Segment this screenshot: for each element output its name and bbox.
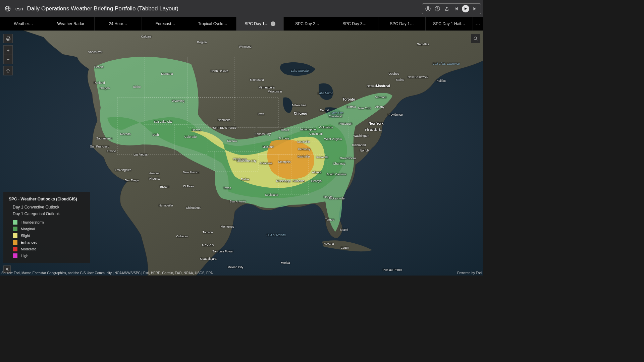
zoom-out-button[interactable] <box>3 55 13 64</box>
page-title: Daily Operations Weather Briefing Portfo… <box>27 5 178 12</box>
svg-point-11 <box>474 37 477 40</box>
legend-label: Slight <box>21 234 30 238</box>
legend-label: Enhanced <box>21 240 38 244</box>
help-icon[interactable] <box>433 4 442 13</box>
legend-swatch <box>13 220 17 225</box>
attribution-right[interactable]: Powered by Esri <box>457 271 482 275</box>
header-controls <box>421 3 481 14</box>
legend-swatch <box>13 253 17 258</box>
legend-label: Marginal <box>21 227 35 231</box>
tab[interactable]: Forecast… <box>142 17 189 31</box>
tab-label: SPC Day 1… <box>245 21 268 26</box>
zoom-in-button[interactable] <box>3 45 13 55</box>
tab-label: SPC Day 1 Hail… <box>433 21 465 26</box>
tab[interactable]: SPC Day 1… <box>378 17 426 31</box>
logo: esri <box>5 6 23 12</box>
legend-item: Marginal <box>13 226 85 232</box>
tab[interactable]: Tropical Cyclo… <box>189 17 236 31</box>
account-icon[interactable] <box>424 4 432 13</box>
home-extent-button[interactable] <box>3 66 13 75</box>
info-icon[interactable]: i <box>271 21 275 26</box>
tab[interactable]: SPC Day 3… <box>331 17 378 31</box>
logo-text: esri <box>15 6 23 11</box>
tab-label: Weather… <box>14 21 33 26</box>
attribution-left: Source: Esri, Maxar, Earthstar Geographi… <box>1 271 213 275</box>
tab-label: SPC Day 1… <box>390 21 414 26</box>
tab[interactable]: Weather Radar <box>47 17 95 31</box>
tab-label: Weather Radar <box>57 21 84 26</box>
map-viewport[interactable]: SPC - Weather Outlooks (CloudGIS) Day 1 … <box>0 31 483 276</box>
next-icon[interactable] <box>471 4 479 13</box>
map-controls-left <box>3 34 13 75</box>
legend-swatch <box>13 233 17 238</box>
legend-swatch <box>13 227 17 231</box>
tab-label: Tropical Cyclo… <box>198 21 227 26</box>
legend-item: Moderate <box>13 246 85 252</box>
play-button[interactable] <box>461 4 470 13</box>
legend-label: High <box>21 254 29 258</box>
tab-label: 24 Hour… <box>109 21 127 26</box>
tab[interactable]: Weather… <box>0 17 47 31</box>
search-button[interactable] <box>471 34 480 43</box>
svg-point-4 <box>427 7 429 8</box>
legend-item: Thunderstorm <box>13 219 85 226</box>
legend-item: Enhanced <box>13 239 85 246</box>
legend-swatch <box>13 240 17 245</box>
tab-label: SPC Day 2… <box>295 21 319 26</box>
legend-title: SPC - Weather Outlooks (CloudGIS) <box>9 197 85 201</box>
tab[interactable]: SPC Day 1…i <box>236 17 284 31</box>
zoom-controls <box>3 45 13 64</box>
tab[interactable]: SPC Day 2… <box>284 17 331 31</box>
tabs-overflow-button[interactable]: ⋯ <box>473 17 483 31</box>
print-button[interactable] <box>3 34 13 43</box>
legend-label: Moderate <box>21 247 36 251</box>
share-icon[interactable] <box>442 4 451 13</box>
map-controls-right <box>471 34 480 43</box>
app-header: esri Daily Operations Weather Briefing P… <box>0 0 483 17</box>
svg-point-6 <box>437 10 437 10</box>
legend-item: High <box>13 252 85 259</box>
tab-label: SPC Day 3… <box>342 21 366 26</box>
legend-label: Thunderstorm <box>21 220 44 224</box>
tab[interactable]: SPC Day 1 Hail… <box>426 17 473 31</box>
legend-subtitle-2: Day 1 Categorical Outlook <box>13 212 85 216</box>
svg-rect-9 <box>6 38 10 40</box>
tab[interactable]: 24 Hour… <box>95 17 142 31</box>
legend-panel: SPC - Weather Outlooks (CloudGIS) Day 1 … <box>3 192 90 263</box>
legend-items: ThunderstormMarginalSlightEnhancedModera… <box>13 219 85 259</box>
tab-bar: Weather…Weather Radar24 Hour…Forecast…Tr… <box>0 17 483 31</box>
legend-subtitle-1: Day 1 Convective Outlook <box>13 205 85 209</box>
legend-swatch <box>13 247 17 251</box>
prev-icon[interactable] <box>452 4 461 13</box>
legend-item: Slight <box>13 232 85 239</box>
header-toolbar-group <box>422 3 481 14</box>
esri-globe-icon <box>5 6 13 12</box>
tab-label: Forecast… <box>156 21 175 26</box>
